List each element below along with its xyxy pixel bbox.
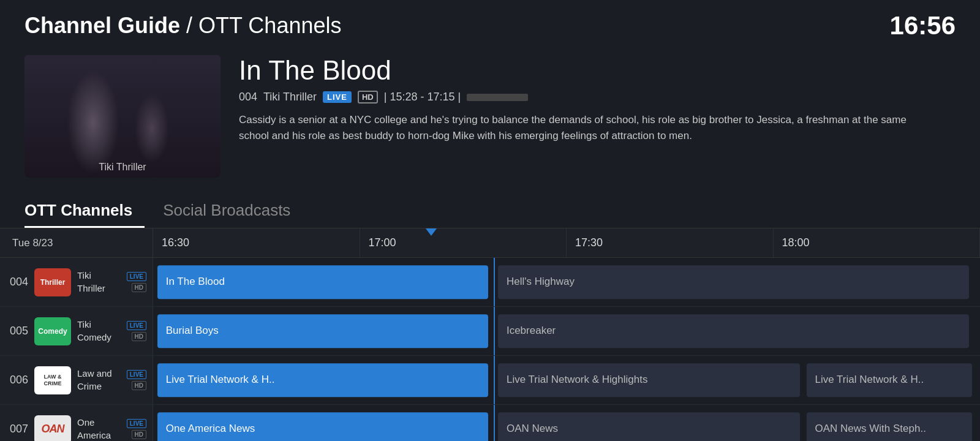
thumb-image xyxy=(24,55,221,178)
programs-007: One America News OAN News OAN News With … xyxy=(153,405,980,441)
featured-meta: 004 Tiki Thriller LIVE HD | 15:28 - 17:1… xyxy=(239,91,956,104)
program-burial-boys[interactable]: Burial Boys xyxy=(157,314,488,348)
tabs-bar: OTT Channels Social Broadcasts xyxy=(0,190,980,228)
channel-info-006: 006 LAW &CRIME Law andCrime LIVE HD xyxy=(0,356,153,404)
live-badge: LIVE xyxy=(323,91,352,103)
programs-005: Burial Boys Icebreaker xyxy=(153,307,980,355)
time-slot-1730: 17:30 xyxy=(567,228,774,257)
grid-time-line-007 xyxy=(494,405,495,441)
hd-badge: HD xyxy=(358,91,378,104)
channel-info-004: 004 Thriller TikiThriller LIVE HD xyxy=(0,258,153,306)
featured-panel: Tiki Thriller In The Blood 004 Tiki Thri… xyxy=(0,49,980,190)
channel-row-005: 005 Comedy TikiComedy LIVE HD Burial Boy… xyxy=(0,307,980,356)
hd-badge-007: HD xyxy=(132,430,146,439)
channel-badges-007: LIVE HD xyxy=(127,419,146,439)
program-oan-news-steph[interactable]: OAN News With Steph.. xyxy=(807,412,972,441)
featured-thumbnail: Tiki Thriller xyxy=(24,55,221,178)
programs-006: Live Trial Network & H.. Live Trial Netw… xyxy=(153,356,980,404)
tab-social-broadcasts[interactable]: Social Broadcasts xyxy=(163,196,303,228)
channel-logo-007: OAN xyxy=(34,415,71,442)
featured-channel-num: 004 xyxy=(239,91,257,104)
featured-description: Cassidy is a senior at a NYC college and… xyxy=(239,112,913,145)
channel-info-005: 005 Comedy TikiComedy LIVE HD xyxy=(0,307,153,355)
hd-badge-006: HD xyxy=(132,381,146,390)
program-oan-news[interactable]: OAN News xyxy=(498,412,800,441)
channel-name-007: OneAmerica xyxy=(77,417,111,441)
channel-num-007: 007 xyxy=(6,423,28,435)
channel-rows: 004 Thriller TikiThriller LIVE HD In The… xyxy=(0,258,980,441)
time-header-row: Tue 8/23 16:30 17:00 17:30 18:00 xyxy=(0,228,980,258)
program-live-trial-1[interactable]: Live Trial Network & H.. xyxy=(157,363,488,397)
channel-logo-005: Comedy xyxy=(34,317,71,345)
channel-row-006: 006 LAW &CRIME Law andCrime LIVE HD Live… xyxy=(0,356,980,405)
channel-num-004: 004 xyxy=(6,276,28,288)
channel-logo-006: LAW &CRIME xyxy=(34,366,71,394)
time-slot-1800: 18:00 xyxy=(774,228,981,257)
grid-time-line-006 xyxy=(494,356,495,404)
featured-channel-name: Tiki Thriller xyxy=(263,91,317,104)
live-badge-005: LIVE xyxy=(127,321,146,330)
channel-name-006: Law andCrime xyxy=(77,368,112,393)
channel-name-004: TikiThriller xyxy=(77,270,105,295)
programs-004: In The Blood Hell's Highway xyxy=(153,258,980,306)
channel-name-005: TikiComedy xyxy=(77,318,111,344)
hd-badge-005: HD xyxy=(132,332,146,341)
time-slot-1630: 16:30 xyxy=(153,228,360,257)
tab-ott-channels[interactable]: OTT Channels xyxy=(24,196,145,228)
time-slot-1700: 17:00 xyxy=(360,228,567,257)
grid-time-line-004 xyxy=(494,258,495,306)
live-badge-004: LIVE xyxy=(127,272,146,281)
channel-guide: Tue 8/23 16:30 17:00 17:30 18:00 004 Thr… xyxy=(0,228,980,441)
time-slots: 16:30 17:00 17:30 18:00 xyxy=(153,228,980,257)
channel-badges-004: LIVE HD xyxy=(127,272,146,292)
clock: 16:56 xyxy=(890,11,956,40)
header: Channel Guide / OTT Channels 16:56 xyxy=(0,0,980,49)
channel-row-007: 007 OAN OneAmerica LIVE HD One America N… xyxy=(0,405,980,441)
channel-row-004: 004 Thriller TikiThriller LIVE HD In The… xyxy=(0,258,980,307)
time-indicator-arrow xyxy=(426,228,437,236)
channel-badges-005: LIVE HD xyxy=(127,321,146,341)
live-badge-007: LIVE xyxy=(127,419,146,428)
featured-title: In The Blood xyxy=(239,55,956,86)
channel-badges-006: LIVE HD xyxy=(127,370,146,390)
channel-num-006: 006 xyxy=(6,374,28,386)
program-icebreaker[interactable]: Icebreaker xyxy=(498,314,970,348)
channel-logo-004: Thriller xyxy=(34,268,71,296)
progress-bar xyxy=(467,94,528,101)
program-live-trial-3[interactable]: Live Trial Network & H.. xyxy=(807,363,972,397)
featured-time-range: | 15:28 - 17:15 | xyxy=(384,91,461,104)
guide-date: Tue 8/23 xyxy=(0,228,153,257)
featured-details: In The Blood 004 Tiki Thriller LIVE HD |… xyxy=(239,55,956,178)
channel-num-005: 005 xyxy=(6,325,28,337)
thumb-channel-label: Tiki Thriller xyxy=(24,162,221,173)
page-title: Channel Guide / OTT Channels xyxy=(24,13,341,39)
hd-badge-004: HD xyxy=(132,283,146,292)
program-in-the-blood[interactable]: In The Blood xyxy=(157,265,488,299)
program-one-america-news[interactable]: One America News xyxy=(157,412,488,441)
grid-time-line-005 xyxy=(494,307,495,355)
program-live-trial-2[interactable]: Live Trial Network & Highlights xyxy=(498,363,800,397)
program-hells-highway[interactable]: Hell's Highway xyxy=(498,265,970,299)
live-badge-006: LIVE xyxy=(127,370,146,379)
channel-info-007: 007 OAN OneAmerica LIVE HD xyxy=(0,405,153,441)
